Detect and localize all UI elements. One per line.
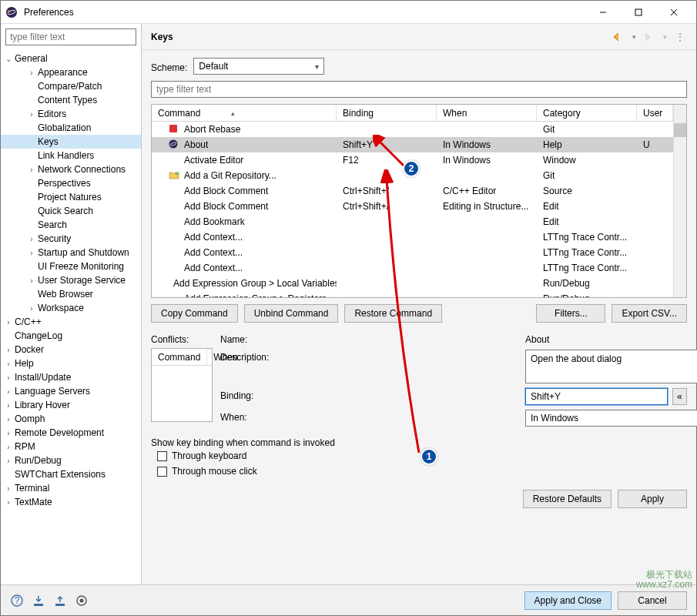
record-icon[interactable] xyxy=(75,594,89,608)
checkbox-icon xyxy=(157,467,167,477)
tree-item[interactable]: ›TextMate xyxy=(1,495,141,509)
tree-item[interactable]: Link Handlers xyxy=(1,149,141,162)
back-dropdown-icon[interactable]: ▾ xyxy=(630,30,638,44)
export-icon[interactable] xyxy=(53,594,67,608)
table-row[interactable]: Add Block CommentCtrl+Shift+/Editing in … xyxy=(152,199,673,214)
tree-item[interactable]: ›Language Servers xyxy=(1,384,141,398)
through-keyboard-checkbox[interactable]: Through keyboard xyxy=(151,448,687,464)
unbind-command-button[interactable]: Unbind Command xyxy=(244,304,339,323)
menu-icon[interactable]: ⋮ xyxy=(673,30,687,44)
table-row[interactable]: AboutShift+YIn WindowsHelpU xyxy=(152,137,673,152)
table-row[interactable]: Add Expression Group > RegistersRun/Debu… xyxy=(152,291,673,297)
tree-item[interactable]: ›Workspace xyxy=(1,301,141,315)
tree-item[interactable]: ›Appearance xyxy=(1,65,141,79)
table-row[interactable]: Add Block CommentCtrl+Shift+/C/C++ Edito… xyxy=(152,183,673,199)
maximize-button[interactable] xyxy=(621,1,656,24)
preferences-window: Preferences ⌄General›AppearanceCompare/P… xyxy=(0,0,697,616)
description-field[interactable]: Open the about dialog xyxy=(525,350,697,383)
tree-item[interactable]: ›Run/Debug xyxy=(1,454,141,467)
table-body[interactable]: Abort RebaseGitAboutShift+YIn WindowsHel… xyxy=(152,122,673,297)
name-label: Name: xyxy=(220,332,518,345)
through-mouse-checkbox[interactable]: Through mouse click xyxy=(151,464,687,479)
col-user[interactable]: User xyxy=(637,105,673,121)
nav-tree[interactable]: ⌄General›AppearanceCompare/PatchContent … xyxy=(1,50,141,584)
tree-item[interactable]: Perspectives xyxy=(1,176,141,190)
table-row[interactable]: Add Context...LTTng Trace Contr... xyxy=(152,229,673,245)
minimize-button[interactable] xyxy=(585,1,621,24)
tree-item[interactable]: Web Browser xyxy=(1,287,141,301)
import-icon[interactable] xyxy=(32,594,45,608)
tree-item[interactable]: ›Install/Update xyxy=(1,370,141,384)
conflicts-table: Command When xyxy=(151,348,213,422)
when-combo[interactable]: In Windows ▾ xyxy=(525,410,697,427)
help-icon[interactable]: ? xyxy=(10,594,24,608)
svg-point-15 xyxy=(80,598,84,602)
tree-item[interactable]: ›C/C++ xyxy=(1,315,141,329)
tree-item[interactable]: ⌄General xyxy=(1,52,141,65)
tree-item[interactable]: ›Oomph xyxy=(1,412,141,426)
col-binding[interactable]: Binding xyxy=(337,105,437,121)
table-row[interactable]: Abort RebaseGit xyxy=(152,122,673,137)
nav-filter-input[interactable] xyxy=(5,28,136,45)
name-value: About xyxy=(525,332,687,345)
restore-command-button[interactable]: Restore Command xyxy=(344,304,442,323)
tree-item[interactable]: ChangeLog xyxy=(1,329,141,343)
scheme-value: Default xyxy=(199,61,228,72)
tree-item[interactable]: ›User Storage Service xyxy=(1,273,141,287)
cancel-button[interactable]: Cancel xyxy=(618,591,687,610)
tree-item[interactable]: ›RPM xyxy=(1,440,141,454)
apply-button[interactable]: Apply xyxy=(618,490,687,508)
when-value: In Windows xyxy=(531,413,578,424)
tree-item[interactable]: ›Startup and Shutdown xyxy=(1,246,141,259)
command-icon xyxy=(169,186,179,196)
nav-pane: ⌄General›AppearanceCompare/PatchContent … xyxy=(1,24,142,584)
close-button[interactable] xyxy=(656,1,692,24)
tree-item[interactable]: Quick Search xyxy=(1,204,141,218)
table-row[interactable]: Add Context...LTTng Trace Contr... xyxy=(152,245,673,260)
table-filter-input[interactable] xyxy=(151,81,687,98)
copy-command-button[interactable]: Copy Command xyxy=(151,304,238,323)
titlebar: Preferences xyxy=(1,1,696,24)
export-csv-button[interactable]: Export CSV... xyxy=(612,304,687,323)
table-row[interactable]: Add BookmarkEdit xyxy=(152,214,673,229)
table-scrollbar-track[interactable] xyxy=(673,122,686,297)
annotation-badge-2: 2 xyxy=(403,160,420,177)
tree-item[interactable]: ›Help xyxy=(1,357,141,370)
binding-input[interactable] xyxy=(525,388,668,405)
tree-item[interactable]: SWTChart Extensions xyxy=(1,467,141,481)
binding-clear-button[interactable]: « xyxy=(672,388,687,405)
tree-item[interactable]: Keys xyxy=(1,135,141,149)
tree-item[interactable]: ›Editors xyxy=(1,107,141,121)
apply-and-close-button[interactable]: Apply and Close xyxy=(524,591,612,610)
table-scrollbar[interactable] xyxy=(673,105,686,122)
tree-item[interactable]: Content Types xyxy=(1,93,141,107)
tree-item[interactable]: ›Network Connections xyxy=(1,162,141,176)
content-header: Keys ▾ ▾ ⋮ xyxy=(142,24,696,50)
tree-item[interactable]: Search xyxy=(1,218,141,232)
table-row[interactable]: Add Expression Group > Local VariablesRu… xyxy=(152,276,673,291)
binding-label: Binding: xyxy=(220,388,518,401)
chevron-down-icon: ▾ xyxy=(315,62,319,71)
back-icon[interactable] xyxy=(612,30,625,44)
col-command[interactable]: Command xyxy=(152,105,337,121)
tree-item[interactable]: ›Library Hover xyxy=(1,398,141,412)
command-icon xyxy=(169,263,179,273)
col-category[interactable]: Category xyxy=(537,105,637,121)
tree-item[interactable]: UI Freeze Monitoring xyxy=(1,259,141,273)
conflicts-col-command[interactable]: Command xyxy=(152,349,207,365)
table-row[interactable]: Add Context...LTTng Trace Contr... xyxy=(152,260,673,276)
tree-item[interactable]: ›Security xyxy=(1,232,141,246)
tree-item[interactable]: Compare/Patch xyxy=(1,79,141,93)
tree-item[interactable]: ›Remote Development xyxy=(1,426,141,440)
restore-defaults-button[interactable]: Restore Defaults xyxy=(523,490,612,508)
tree-item[interactable]: ›Docker xyxy=(1,343,141,357)
col-when[interactable]: When xyxy=(437,105,537,121)
scheme-combo[interactable]: Default ▾ xyxy=(193,58,324,75)
command-icon: + xyxy=(169,170,179,181)
tree-item[interactable]: ›Terminal xyxy=(1,481,141,495)
footer: ? Apply and Close Cancel xyxy=(1,584,696,615)
tree-item[interactable]: Project Natures xyxy=(1,190,141,204)
svg-rect-7 xyxy=(169,125,177,132)
filters-button[interactable]: Filters... xyxy=(536,304,605,323)
tree-item[interactable]: Globalization xyxy=(1,121,141,135)
